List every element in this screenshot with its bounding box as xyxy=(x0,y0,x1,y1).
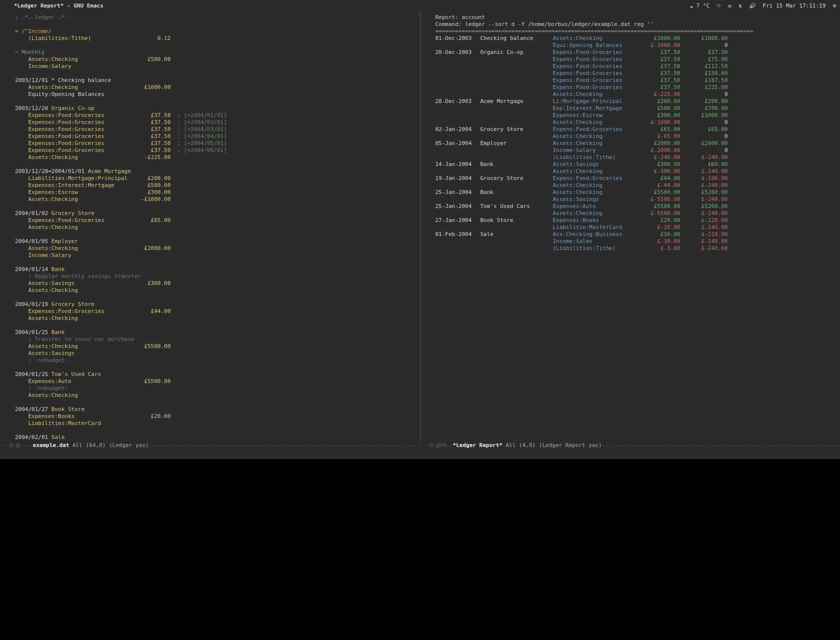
source-line: ; Transfer to cover car purchase xyxy=(15,336,417,343)
report-row: 25-Jan-2004BankAssets:Checking£5500.00£5… xyxy=(436,189,838,196)
report-row: Assets:Checking£-44.00£-240.00 xyxy=(436,182,838,189)
source-line: Assets:Savings xyxy=(15,350,417,357)
report-row: (Liabilities:Tithe)£-240.00£-240.00 xyxy=(436,154,838,161)
modeline-mode: (Ledger yas) xyxy=(109,442,148,448)
report-row: (Liabilities:Tithe)£-3.60£-243.60 xyxy=(436,245,838,252)
source-line: ~ Monthly xyxy=(15,49,417,56)
source-line: 2004/01/19 Grocery Store xyxy=(15,301,417,308)
report-command: Command: ledger --sort d -f /home/borbus… xyxy=(436,21,838,28)
source-line: Assets:Checking £2000.00 xyxy=(15,245,417,252)
source-line: 2004/01/25 Bank xyxy=(15,329,417,336)
report-row: Expens:Food:Groceries£37.50£225.00 xyxy=(436,84,838,91)
desktop-panel: *Ledger Report* - GNU Emacs ☁ 7 °C ⟳ ✉ ⇅… xyxy=(0,0,840,11)
source-line: 2004/01/14 Bank xyxy=(15,266,417,273)
source-line xyxy=(15,364,417,371)
source-line: Expenses:Auto £5500.00 xyxy=(15,378,417,385)
source-line: Expenses:Food:Groceries £37.50 ; [=2004/… xyxy=(15,126,417,133)
source-line: Expenses:Food:Groceries £44.00 xyxy=(15,308,417,315)
report-row: Assets:Checking£-5500.00£-240.00 xyxy=(436,210,838,217)
report-row: Liabilitie:MasterCard£-20.00£-240.00 xyxy=(436,224,838,231)
source-line: Assets:Checking £5500.00 xyxy=(15,343,417,350)
source-line xyxy=(15,161,417,168)
modeline-fill: ----------------------------------------… xyxy=(602,442,840,448)
source-line: Income:Salary xyxy=(15,252,417,259)
report-row: Expenses:Escrow£300.00£1000.00 xyxy=(436,112,838,119)
modeline-buffer-name: *Ledger Report* xyxy=(453,442,502,448)
report-row: Exp:Interest:Mortgage£500.00£700.00 xyxy=(436,105,838,112)
settings-icon[interactable]: ⚙ xyxy=(832,2,836,9)
modeline-right: --U:@%%- *Ledger Report* All (4,0) (Ledg… xyxy=(420,441,840,450)
report-row: Income:Salary£-2000.000 xyxy=(436,147,838,154)
modeline-buffer-name: example.dat xyxy=(33,442,70,448)
minibuffer[interactable] xyxy=(0,450,840,459)
source-line: 2004/01/25 Tom's Used Cars xyxy=(15,371,417,378)
clock[interactable]: Fri 15 Mar 17:11:19 xyxy=(763,2,826,9)
volume-icon[interactable]: 🔊 xyxy=(749,2,756,9)
report-row: Assets:Checking£-300.00£-240.00 xyxy=(436,168,838,175)
source-line: Assets:Checking £500.00 xyxy=(15,56,417,63)
source-line: 2003/12/20 Organic Co-op xyxy=(15,105,417,112)
report-row: 01-Dec-2003Checking balanceAssets:Checki… xyxy=(436,35,838,42)
source-line xyxy=(15,427,417,434)
mail-icon[interactable]: ✉ xyxy=(728,2,732,9)
source-line xyxy=(15,203,417,210)
source-line: ; :nobudget: xyxy=(15,357,417,364)
report-row: Expens:Food:Groceries£37.50£150.00 xyxy=(436,70,838,77)
modeline-position: All (4,0) xyxy=(502,442,539,448)
report-row: 14-Jan-2004BankAssets:Savings£300.00£60.… xyxy=(436,161,838,168)
report-row: Assets:Checking£-1000.000 xyxy=(436,119,838,126)
source-line: Expenses:Food:Groceries £37.50 ; [=2004/… xyxy=(15,140,417,147)
source-line xyxy=(15,98,417,105)
report-row: 28-Dec-2003Acme MortgageLi:Mortgage:Prin… xyxy=(436,98,838,105)
ledger-report-buffer[interactable]: Report: accountCommand: ledger --sort d … xyxy=(420,11,840,441)
source-line: ; Regular monthly savings transfer xyxy=(15,273,417,280)
modeline-fill: ----------------------------------------… xyxy=(148,442,420,448)
source-line: (Liabilities:Tithe) 0.12 xyxy=(15,35,417,42)
source-line xyxy=(15,322,417,329)
source-line: ; -*- ledger -*- xyxy=(15,14,417,21)
source-line: 2003/12/01 * Checking balance xyxy=(15,77,417,84)
source-line xyxy=(15,399,417,406)
source-line: Expenses:Food:Groceries £65.00 xyxy=(15,217,417,224)
source-line: Expenses:Food:Groceries £37.50 ; [=2004/… xyxy=(15,133,417,140)
source-line: = /^Income/ xyxy=(15,28,417,35)
modeline-left: --U:@--- example.dat All (64,0) (Ledger … xyxy=(0,441,420,450)
report-row: 01-Feb-2004SaleAss:Checking:Business£30.… xyxy=(436,231,838,238)
source-line: ; :nobudget: xyxy=(15,385,417,392)
report-row: 02-Jan-2004Grocery StoreExpens:Food:Groc… xyxy=(436,126,838,133)
report-row: Expens:Food:Groceries£37.50£112.50 xyxy=(436,63,838,70)
source-line: Equity:Opening Balances xyxy=(15,91,417,98)
source-line: Assets:Checking -£1000.00 xyxy=(15,196,417,203)
modeline-mode: (Ledger Report yas) xyxy=(539,442,602,448)
source-line: 2004/02/01 Sale xyxy=(15,434,417,441)
weather-indicator[interactable]: ☁ 7 °C xyxy=(690,2,710,9)
source-line xyxy=(15,42,417,49)
report-row: Assets:Savings£-5500.00£-240.00 xyxy=(436,196,838,203)
report-row: 25-Jan-2004Tom's Used CarsExpenses:Auto£… xyxy=(436,203,838,210)
report-row: 19-Jan-2004Grocery StoreExpens:Food:Groc… xyxy=(436,175,838,182)
report-divider: ========================================… xyxy=(436,28,838,35)
source-line: Expenses:Food:Groceries £37.50 ; [=2004/… xyxy=(15,112,417,119)
report-row: Expens:Food:Groceries£37.50£75.00 xyxy=(436,56,838,63)
source-line: Liabilities:MasterCard xyxy=(15,420,417,427)
report-row: Equi:Opening Balances£-1000.000 xyxy=(436,42,838,49)
modeline-prefix: --U:@--- xyxy=(3,442,33,448)
source-line xyxy=(15,70,417,77)
source-line xyxy=(15,294,417,301)
modeline-row: --U:@--- example.dat All (64,0) (Ledger … xyxy=(0,441,840,450)
source-line: Assets:Checking xyxy=(15,392,417,399)
report-header: Report: account xyxy=(436,14,838,21)
window-title: *Ledger Report* - GNU Emacs xyxy=(4,2,104,9)
refresh-icon[interactable]: ⟳ xyxy=(716,2,721,9)
source-line: 2003/12/28=2004/01/01 Acme Mortgage xyxy=(15,168,417,175)
report-row: 27-Jan-2004Book StoreExpenses:Books£20.0… xyxy=(436,217,838,224)
network-icon[interactable]: ⇅ xyxy=(738,2,742,9)
source-line: Income:Salary xyxy=(15,63,417,70)
report-row: Income:Sales£-30.00£-240.00 xyxy=(436,238,838,245)
ledger-source-buffer[interactable]: ; -*- ledger -*- = /^Income/ (Liabilitie… xyxy=(0,11,420,441)
modeline-position: All (64,0) xyxy=(69,442,108,448)
source-line: Expenses:Food:Groceries £37.50 ; [=2004/… xyxy=(15,147,417,154)
source-line xyxy=(15,259,417,266)
report-row: Assets:Checking£-65.000 xyxy=(436,133,838,140)
report-row: Expens:Food:Groceries£37.50£187.50 xyxy=(436,77,838,84)
